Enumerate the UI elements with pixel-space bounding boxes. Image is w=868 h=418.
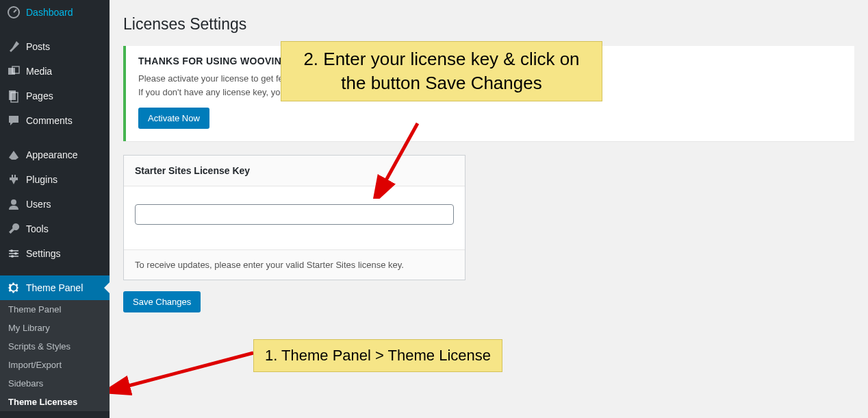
sidebar-item-appearance[interactable]: Appearance xyxy=(0,143,110,167)
svg-point-9 xyxy=(10,249,13,252)
sidebar-item-theme-panel[interactable]: Theme Panel xyxy=(0,275,110,300)
admin-sidebar: Dashboard Posts Media Pages Comments xyxy=(0,0,110,418)
sidebar-item-label: Settings xyxy=(26,248,61,259)
sidebar-item-label: Users xyxy=(26,199,51,210)
svg-line-13 xyxy=(123,353,253,387)
sidebar-item-media[interactable]: Media xyxy=(0,59,110,84)
users-icon xyxy=(7,197,21,211)
tools-icon xyxy=(7,222,21,236)
activate-now-button[interactable]: Activate Now xyxy=(138,108,209,129)
sub-item-theme-panel[interactable]: Theme Panel xyxy=(0,300,110,319)
panel-footer: To receive updates, please enter your va… xyxy=(124,249,465,280)
sidebar-item-label: Plugins xyxy=(26,174,58,185)
pin-icon xyxy=(7,40,21,53)
dashboard-icon xyxy=(7,5,21,19)
svg-point-11 xyxy=(11,255,14,258)
license-key-input[interactable] xyxy=(135,204,454,225)
page-title: Licenses Settings xyxy=(123,15,854,34)
gear-icon xyxy=(7,281,21,295)
sub-item-my-library[interactable]: My Library xyxy=(0,319,110,337)
sidebar-item-comments[interactable]: Comments xyxy=(0,108,110,133)
sidebar-item-label: Comments xyxy=(26,115,73,126)
sub-item-sidebars[interactable]: Sidebars xyxy=(0,374,110,393)
plugins-icon xyxy=(7,173,21,186)
annotation-step-1: 1. Theme Panel > Theme License xyxy=(253,339,502,372)
sidebar-item-label: Pages xyxy=(26,90,53,101)
sidebar-item-label: Theme Panel xyxy=(26,282,83,293)
sidebar-item-label: Tools xyxy=(26,223,49,234)
sidebar-item-dashboard[interactable]: Dashboard xyxy=(0,0,110,25)
sidebar-item-users[interactable]: Users xyxy=(0,192,110,217)
sidebar-item-plugins[interactable]: Plugins xyxy=(0,167,110,192)
annotation-step-2: 2. Enter your license key & click on the… xyxy=(281,41,602,101)
pages-icon xyxy=(7,89,21,103)
sidebar-item-label: Dashboard xyxy=(26,7,73,18)
main-content: Licenses Settings THANKS FOR USING WOOVI… xyxy=(110,0,868,418)
svg-line-12 xyxy=(383,123,418,185)
arrow-to-input xyxy=(370,116,424,199)
sidebar-item-posts[interactable]: Posts xyxy=(0,34,110,59)
svg-rect-3 xyxy=(9,90,16,100)
sidebar-item-tools[interactable]: Tools xyxy=(0,217,110,241)
sub-item-theme-licenses[interactable]: Theme Licenses xyxy=(0,393,110,411)
svg-point-10 xyxy=(14,252,17,255)
comments-icon xyxy=(7,114,21,127)
svg-point-5 xyxy=(11,199,16,205)
sidebar-item-label: Appearance xyxy=(26,149,78,160)
media-icon xyxy=(7,64,21,78)
appearance-icon xyxy=(7,148,21,162)
sub-item-import-export[interactable]: Import/Export xyxy=(0,356,110,374)
sub-item-scripts-styles[interactable]: Scripts & Styles xyxy=(0,337,110,356)
settings-icon xyxy=(7,247,21,260)
sidebar-item-pages[interactable]: Pages xyxy=(0,84,110,108)
sidebar-item-settings[interactable]: Settings xyxy=(0,241,110,266)
save-changes-button[interactable]: Save Changes xyxy=(123,291,201,312)
arrow-to-theme-licenses xyxy=(110,349,260,397)
sidebar-item-label: Media xyxy=(26,66,52,77)
sidebar-item-label: Posts xyxy=(26,41,50,52)
